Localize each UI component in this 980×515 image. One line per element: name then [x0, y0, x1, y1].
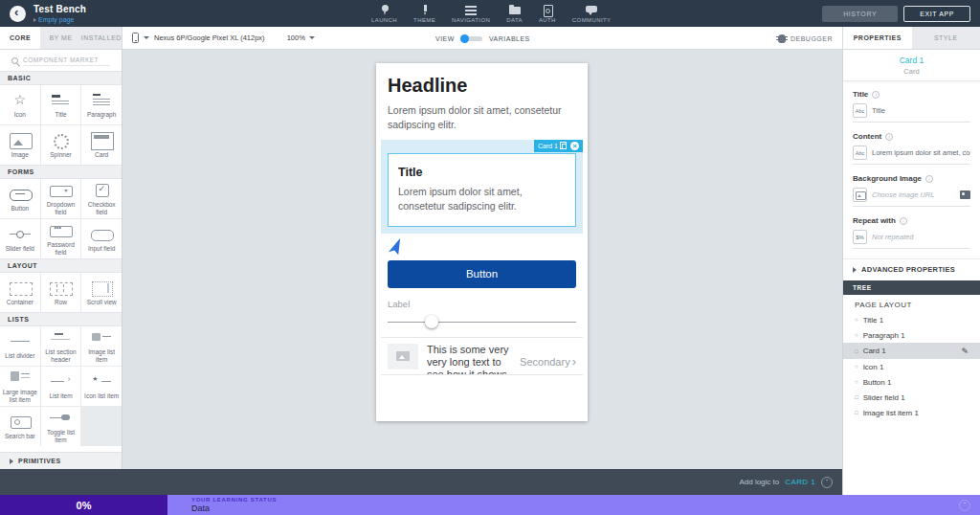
component-tile-large-image-list-item[interactable]: Large image list item — [0, 367, 40, 406]
button-component[interactable]: Button — [388, 260, 576, 288]
tab-style[interactable]: STYLE — [912, 27, 980, 49]
component-tile-image[interactable]: Image — [0, 125, 40, 165]
star-icon — [8, 92, 33, 108]
topbar-nav-launch[interactable]: LAUNCH — [371, 5, 397, 23]
component-tile-password-field[interactable]: Password field — [41, 219, 81, 258]
section-header-layout: LAYOUT — [0, 258, 122, 273]
card-component[interactable]: Title Lorem ipsum dolor sit amet, conset… — [388, 153, 576, 226]
slider-component[interactable] — [388, 322, 576, 323]
app-logo-icon[interactable] — [10, 6, 26, 22]
property-input-background-image[interactable]: Choose image URL — [853, 188, 970, 207]
component-tile-card[interactable]: Card — [81, 125, 122, 165]
zoom-level: 100% — [287, 34, 305, 42]
component-tile-icon-list-item[interactable]: Icon list item — [81, 367, 122, 406]
headline-component[interactable]: Headline — [388, 75, 576, 97]
tree-item-slider-field-1[interactable]: □Slider field 1 — [843, 390, 980, 405]
image-picker-icon[interactable] — [960, 190, 970, 199]
section-header-lists: LISTS — [0, 312, 122, 326]
device-selector[interactable]: Nexus 6P/Google Pixel XL (412px) 100% — [122, 27, 315, 49]
tab-properties[interactable]: PROPERTIES — [843, 27, 912, 49]
component-tile-list-divider[interactable]: List divider — [0, 326, 40, 366]
debugger-button[interactable]: DEBUGGER — [778, 27, 833, 50]
expand-logic-icon[interactable]: ˆ — [821, 477, 833, 488]
component-tile-row[interactable]: Row — [41, 273, 81, 312]
tree-root-page-layout[interactable]: PAGE LAYOUT — [843, 295, 980, 312]
component-sections: BASICIconTitleParagraphImageSpinnerCardF… — [0, 71, 122, 452]
component-tile-scroll-view[interactable]: Scroll view — [81, 273, 122, 312]
property-field-background-image: Background ImageiChoose image URL — [853, 174, 970, 207]
logic-bar[interactable]: Add logic to CARD 1 ˆ — [0, 469, 842, 495]
tree-item-card-1[interactable]: □Card 1✎ — [843, 343, 980, 359]
searchbar-icon — [8, 414, 33, 430]
info-icon: i — [900, 217, 907, 225]
tab-by-me[interactable]: BY ME — [40, 27, 80, 49]
advanced-properties-toggle[interactable]: ADVANCED PROPERTIES — [843, 258, 980, 280]
component-tile-container[interactable]: Container — [0, 273, 40, 312]
section-header-forms: FORMS — [0, 165, 122, 179]
scroll-icon — [89, 280, 114, 296]
selected-card-component[interactable]: Card 1 Title Lorem ipsum dolor sit amet,… — [381, 140, 583, 233]
tab-core[interactable]: CORE — [0, 27, 40, 49]
component-tile-dropdown-field[interactable]: Dropdown field — [41, 179, 81, 218]
zoom-selector[interactable]: 100% — [287, 34, 315, 42]
component-tile-title[interactable]: Title — [41, 85, 81, 124]
tree-panel-header: TREE — [843, 280, 980, 295]
paragraph-component[interactable]: Lorem ipsum dolor sit amet, consetetur s… — [388, 103, 576, 131]
image-list-item-component[interactable]: This is some very very long text to see … — [381, 337, 583, 375]
property-input-content[interactable]: Lorem ipsum dolor sit amet, consetetur s… — [853, 146, 970, 165]
component-tile-icon[interactable]: Icon — [0, 85, 40, 124]
section-tiles-forms: ButtonDropdown fieldCheckbox fieldSlider… — [0, 179, 122, 258]
topbar-nav-data[interactable]: DATA — [506, 5, 523, 23]
topbar-nav-community[interactable]: COMMUNITY — [572, 5, 612, 23]
tree-item-title-1[interactable]: ○Title 1 — [843, 312, 980, 327]
component-tile-image-list-item[interactable]: Image list item — [81, 326, 122, 366]
expand-learning-icon[interactable]: ˆ — [959, 500, 970, 511]
component-search-input[interactable] — [23, 55, 110, 66]
topbar-nav-navigation[interactable]: NAVIGATION — [452, 5, 490, 23]
tree-item-paragraph-1[interactable]: ○Paragraph 1 — [843, 327, 980, 343]
component-tile-slider-field[interactable]: Slider field — [0, 219, 40, 258]
phone-preview: Headline Lorem ipsum dolor sit amet, con… — [376, 63, 588, 421]
topbar-nav-auth[interactable]: AUTH — [539, 5, 556, 23]
view-variables-toggle[interactable]: VIEW VARIABLES — [435, 27, 530, 50]
tree-item-icon-1[interactable]: ○Icon 1 — [843, 359, 980, 374]
square-bullet-icon: □ — [855, 393, 858, 401]
chevron-right-icon: › — [572, 356, 576, 367]
circle-bullet-icon: ○ — [855, 363, 858, 370]
exit-app-button[interactable]: EXIT APP — [903, 6, 970, 22]
component-tile-list-section-header[interactable]: List section header — [41, 326, 81, 366]
component-tile-list-item[interactable]: List item — [41, 367, 81, 406]
slider-knob[interactable] — [425, 315, 438, 328]
history-button[interactable]: HISTORY — [822, 6, 898, 22]
card-icon — [89, 132, 114, 148]
logic-bar-target[interactable]: CARD 1 — [785, 478, 815, 486]
property-input-title[interactable]: Title — [853, 103, 970, 123]
close-icon[interactable] — [570, 142, 579, 150]
tree-item-button-1[interactable]: ○Button 1 — [843, 374, 980, 390]
topbar-nav-theme[interactable]: THEME — [413, 5, 435, 23]
tree-item-image-list-item-1[interactable]: □Image list item 1 — [843, 405, 980, 420]
component-tile-toggle-list-item[interactable]: Toggle list item — [41, 407, 81, 446]
toggle-track[interactable] — [461, 36, 482, 41]
component-tile-button[interactable]: Button — [0, 179, 40, 218]
component-tile-input-field[interactable]: Input field — [81, 219, 122, 258]
toggle-dot[interactable] — [460, 34, 469, 43]
row-icon — [48, 280, 73, 296]
primitives-toggle[interactable]: PRIMITIVES — [0, 452, 122, 469]
component-tile-paragraph[interactable]: Paragraph — [81, 85, 122, 124]
edit-pencil-icon[interactable]: ✎ — [961, 347, 969, 356]
design-canvas[interactable]: Headline Lorem ipsum dolor sit amet, con… — [122, 50, 842, 469]
learning-status-bar[interactable]: 0% YOUR LEARNING STATUS Data ˆ — [0, 495, 980, 515]
duplicate-icon[interactable] — [562, 144, 567, 149]
learning-status-text: YOUR LEARNING STATUS Data — [167, 495, 277, 515]
topbar: Test Bench Empty page LAUNCHTHEMENAVIGAT… — [0, 0, 980, 27]
tab-installed[interactable]: INSTALLED — [81, 27, 122, 49]
property-label: Content — [853, 132, 881, 141]
property-input-repeat-with[interactable]: Not repeated — [853, 230, 970, 249]
component-tile-search-bar[interactable]: Search bar — [0, 407, 40, 446]
component-tile-checkbox-field[interactable]: Checkbox field — [81, 179, 122, 218]
component-tile-spinner[interactable]: Spinner — [41, 125, 81, 165]
secondary-label: Secondary — [520, 356, 570, 368]
breadcrumb[interactable]: Empty page — [33, 16, 86, 23]
paper-plane-icon[interactable] — [386, 238, 405, 258]
